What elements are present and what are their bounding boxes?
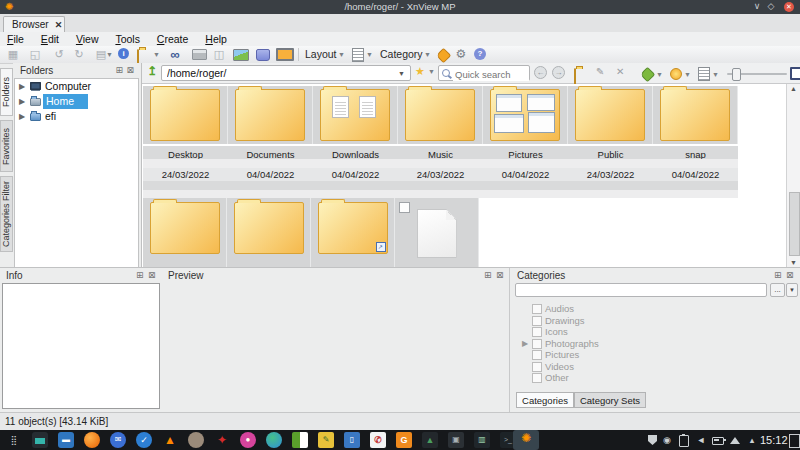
file-cell-folder[interactable] (227, 198, 311, 267)
g-app-icon[interactable]: G (396, 432, 412, 448)
green-app-icon[interactable] (292, 432, 308, 448)
file-cell-desktop[interactable] (143, 86, 228, 144)
status-circle-icon[interactable]: ◉ (660, 430, 674, 450)
close-panel-icon[interactable]: ⊠ (126, 65, 135, 75)
back-icon[interactable]: ← (534, 66, 547, 79)
network-icon[interactable] (730, 437, 740, 444)
file-cell-music[interactable] (398, 86, 483, 144)
expander-icon[interactable]: ▶ (522, 338, 528, 350)
tab-close-icon[interactable]: ✕ (55, 20, 63, 30)
favorites-star-icon[interactable]: ★ (415, 65, 425, 78)
open-folder-caret-icon[interactable]: ▼ (153, 51, 161, 59)
category-button[interactable]: Category (380, 47, 423, 62)
file-cell-folder[interactable] (143, 198, 227, 267)
grid-scrollbar[interactable]: ▲ ▼ (786, 84, 800, 267)
category-caret-icon[interactable]: ▼ (424, 51, 432, 59)
favorites-caret-icon[interactable]: ▼ (428, 68, 436, 76)
category-item-drawings[interactable]: Drawings (510, 315, 798, 327)
hint-caret-icon[interactable]: ▼ (684, 71, 692, 79)
checkbox[interactable] (532, 362, 542, 372)
display-settings-icon[interactable] (32, 432, 48, 448)
rotate-right-icon[interactable]: ↻ (70, 47, 88, 62)
expander-icon[interactable]: ▶ (19, 94, 25, 109)
category-item-icons[interactable]: Icons (510, 326, 798, 338)
xnview-active-icon[interactable]: ✺ (513, 430, 539, 450)
maximize-icon[interactable]: ◇ (764, 0, 778, 14)
close-icon[interactable]: ✕ (784, 2, 794, 12)
firefox-icon[interactable] (84, 432, 100, 448)
info-icon[interactable]: i (118, 48, 129, 59)
file-cell-public[interactable] (568, 86, 653, 144)
category-more-button[interactable]: ... (770, 283, 785, 297)
viewmode-caret-icon[interactable]: ▼ (366, 51, 374, 59)
layout-button[interactable]: Layout (305, 47, 337, 62)
up-folder-icon[interactable]: ↥ (147, 64, 157, 78)
menu-view[interactable]: View (69, 32, 106, 46)
path-dropdown-icon[interactable]: ▼ (398, 70, 405, 77)
scroll-down-icon[interactable]: ▼ (789, 259, 798, 266)
vlc-icon[interactable]: ▲ (162, 432, 178, 448)
checkbox[interactable] (532, 304, 542, 314)
settings-gear-icon[interactable]: ⚙ (452, 47, 470, 62)
file-cell-folder-shortcut[interactable]: ↗ (311, 198, 395, 267)
show-desktop-button[interactable] (789, 434, 800, 448)
view-icon[interactable]: ▦ (4, 47, 22, 62)
hint-icon[interactable] (670, 68, 682, 80)
view-list-icon[interactable] (698, 67, 710, 81)
select-checkbox[interactable] (399, 202, 410, 213)
photos-app-icon[interactable]: ▲ (422, 432, 438, 448)
scroll-up-icon[interactable]: ▲ (789, 85, 798, 92)
preview-close-icon[interactable]: ⊠ (496, 270, 505, 280)
expander-icon[interactable]: ▶ (19, 109, 25, 124)
checkbox[interactable] (532, 316, 542, 326)
compare-icon[interactable]: ◫ (210, 47, 228, 62)
image-editor-icon[interactable]: ✎ (318, 432, 334, 448)
file-cell-documents[interactable] (228, 86, 313, 144)
menu-edit[interactable]: Edit (34, 32, 66, 46)
app-menu-icon[interactable]: ⣿ (6, 432, 22, 448)
category-item-audios[interactable]: Audios (510, 303, 798, 315)
menu-help[interactable]: Help (198, 32, 234, 46)
categories-close-icon[interactable]: ⊠ (786, 270, 795, 280)
red-app-icon[interactable]: ✦ (214, 432, 230, 448)
expand-tray-icon[interactable]: ▴ (745, 430, 759, 450)
screen-icon[interactable] (790, 67, 800, 80)
checkbox[interactable] (532, 339, 542, 349)
tag-icon[interactable] (640, 67, 656, 83)
file-cell-blank-file[interactable] (395, 198, 479, 267)
phone-app-icon[interactable]: ✆ (370, 432, 386, 448)
clipboard-icon[interactable] (679, 435, 689, 447)
layout-caret-icon[interactable]: ▼ (338, 51, 346, 59)
scroll-thumb[interactable] (789, 192, 800, 256)
shield-icon[interactable] (648, 435, 657, 445)
tab-browser[interactable]: Browser✕ (3, 16, 65, 32)
tree-item-home[interactable]: ▶ Home (15, 94, 138, 109)
battery-icon[interactable] (712, 437, 724, 445)
info-close-icon[interactable]: ⊠ (148, 270, 157, 280)
category-item-photographs[interactable]: ▶Photographs (510, 338, 798, 350)
viewmode-icon[interactable] (352, 48, 364, 62)
batch-convert-caret-icon[interactable]: ▼ (106, 51, 114, 59)
document-app-icon[interactable]: ▯ (344, 432, 360, 448)
check-app-icon[interactable]: ✓ (136, 432, 152, 448)
view-list-caret-icon[interactable]: ▼ (712, 71, 720, 79)
menu-tools[interactable]: Tools (108, 32, 147, 46)
system-monitor-icon[interactable]: ▥ (474, 432, 490, 448)
path-input[interactable] (161, 65, 411, 81)
tree-item-efi[interactable]: ▶ efi (15, 109, 138, 124)
screenshot-app-icon[interactable]: ▣ (448, 432, 464, 448)
sidebar-tab-folders[interactable]: Folders (0, 68, 13, 116)
clear-icon[interactable]: ✕ (616, 66, 624, 77)
mail-icon[interactable]: ✉ (110, 432, 126, 448)
tab-category-sets[interactable]: Category Sets (574, 392, 646, 408)
quick-search-input[interactable] (453, 67, 529, 81)
edit-icon[interactable]: ✎ (596, 66, 604, 77)
forward-icon[interactable]: → (552, 66, 565, 79)
minimize-icon[interactable]: ∨ (750, 0, 764, 14)
float-panel-icon[interactable]: ⊞ (115, 65, 124, 75)
tag-caret-icon[interactable]: ▼ (656, 71, 664, 79)
category-item-pictures[interactable]: Pictures (510, 349, 798, 361)
slideshow-icon[interactable] (233, 49, 249, 61)
checkbox[interactable] (532, 327, 542, 337)
checkbox[interactable] (532, 350, 542, 360)
